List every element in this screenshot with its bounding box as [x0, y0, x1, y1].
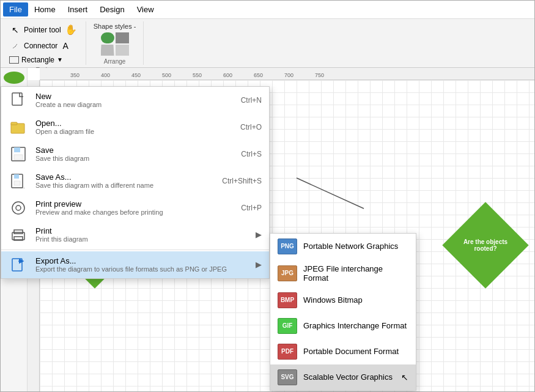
file-menu-new[interactable]: New Create a new diagram Ctrl+N	[1, 87, 269, 114]
export-pdf-item[interactable]: PDF Portable Document Format	[270, 339, 416, 364]
menubar: File Home Insert Design View	[1, 1, 534, 19]
png-label: Portable Network Graphics	[303, 242, 398, 251]
new-file-icon	[9, 91, 28, 110]
gif-label: Graphics Interchange Format	[303, 321, 407, 330]
ruler-mark-350: 350	[70, 72, 79, 78]
print-preview-desc: Preview and make changes before printing	[35, 209, 234, 216]
file-menu-export[interactable]: Export As... Export the diagram to vario…	[1, 251, 269, 278]
svg-label: Scalable Vector Graphics	[303, 372, 393, 382]
jpg-icon: JPG	[278, 265, 297, 281]
menu-home[interactable]: Home	[28, 2, 62, 17]
print-title: Print	[35, 226, 238, 235]
export-svg-item[interactable]: SVG Scalable Vector Graphics ↖	[270, 364, 416, 390]
ruler-mark-750: 750	[315, 72, 324, 78]
new-shortcut: Ctrl+N	[241, 96, 262, 105]
export-bmp-item[interactable]: BMP Windows Bitmap	[270, 287, 416, 313]
connector-label: Connector	[24, 42, 57, 50]
open-title: Open...	[35, 119, 233, 128]
gif-icon: GIF	[278, 318, 297, 334]
new-desc: Create a new diagram	[35, 101, 234, 108]
connector-button[interactable]: ⟋ Connector A	[6, 39, 81, 53]
menu-insert[interactable]: Insert	[62, 2, 94, 17]
print-preview-shortcut: Ctrl+P	[241, 204, 262, 212]
shape-rect-2[interactable]	[116, 45, 129, 56]
svg-rect-4	[12, 93, 22, 105]
print-icon	[9, 225, 28, 245]
menu-design[interactable]: Design	[94, 2, 130, 17]
ribbon-group-shapes: Shape styles - Arrange	[86, 21, 144, 65]
save-title: Save	[35, 146, 234, 155]
save-shortcut: Ctrl+S	[241, 150, 262, 158]
pointer-tool-label: Pointer tool	[24, 26, 61, 34]
ruler-mark-450: 450	[131, 72, 141, 78]
pdf-icon: PDF	[278, 344, 297, 360]
file-menu-save[interactable]: Save Save this diagram Ctrl+S	[1, 141, 269, 168]
are-objects-right-label: Are the objects rooted?	[455, 239, 516, 252]
svg-rect-11	[14, 174, 19, 179]
ruler-horizontal: 350 400 450 500 550 600 650 700 750	[40, 68, 534, 80]
saveas-title: Save As...	[35, 172, 215, 182]
print-desc: Print this diagram	[35, 235, 238, 243]
svg-rect-19	[12, 259, 22, 271]
print-preview-icon	[9, 198, 28, 218]
file-menu: New Create a new diagram Ctrl+N Open... …	[1, 86, 270, 279]
save-desc: Save this diagram	[35, 155, 234, 162]
file-menu-print-preview[interactable]: Print preview Preview and make changes b…	[1, 194, 269, 221]
print-arrow-icon: ▶	[256, 230, 262, 239]
pointer-icon: ↖	[9, 24, 21, 36]
shape-trap-1[interactable]	[101, 45, 114, 56]
saveas-desc: Save this diagram with a different name	[35, 182, 215, 189]
jpg-label: JPEG File interchange Format	[303, 264, 408, 283]
file-menu-saveas[interactable]: ... Save As... Save this diagram with a …	[1, 168, 269, 194]
svg-rect-6	[11, 122, 17, 125]
export-desc: Export the diagram to various file forma…	[35, 265, 246, 273]
main-area: 350 400 450 500 550 600 650 700 750 200 …	[1, 68, 534, 391]
text-icon: A	[62, 41, 68, 51]
ruler-mark-500: 500	[162, 72, 171, 78]
rectangle-button[interactable]: Rectangle ▼	[6, 54, 81, 65]
ruler-mark-600: 600	[223, 72, 232, 78]
shape-oval-tool[interactable]	[4, 72, 24, 84]
shape-oval-1[interactable]	[101, 32, 114, 43]
svg-rect-17	[14, 230, 23, 234]
hand-icon: ✋	[65, 24, 77, 35]
export-submenu: PNG Portable Network Graphics JPG JPEG F…	[270, 233, 416, 391]
shape-rect-1[interactable]	[116, 32, 129, 43]
print-preview-title: Print preview	[35, 199, 234, 209]
file-menu-open[interactable]: Open... Open a diagram file Ctrl+O	[1, 114, 269, 141]
ruler-mark-400: 400	[101, 72, 110, 78]
are-objects-right-shape[interactable]: Are the objects rooted?	[442, 202, 528, 288]
svg-point-15	[16, 205, 21, 210]
export-icon	[9, 255, 28, 275]
file-menu-print[interactable]: Print Print this diagram ▶	[1, 221, 269, 248]
save-icon	[9, 144, 28, 164]
ruler-mark-700: 700	[284, 72, 293, 78]
export-gif-item[interactable]: GIF Graphics Interchange Format	[270, 313, 416, 339]
menu-file[interactable]: File	[3, 2, 28, 17]
rectangle-icon	[9, 56, 19, 64]
export-title: Export As...	[35, 256, 246, 265]
svg-rect-12	[14, 181, 20, 185]
menu-view[interactable]: View	[131, 2, 160, 17]
export-arrow-icon: ▶	[256, 260, 262, 269]
pointer-tool-button[interactable]: ↖ Pointer tool ✋	[6, 23, 81, 37]
open-shortcut: Ctrl+O	[240, 123, 262, 131]
ribbon: ↖ Pointer tool ✋ ⟋ Connector A Rectangle…	[1, 19, 534, 68]
new-title: New	[35, 92, 234, 101]
png-icon: PNG	[278, 239, 297, 254]
svg-rect-9	[14, 155, 23, 160]
svg-icon: SVG	[278, 369, 297, 385]
rectangle-label: Rectangle	[21, 56, 54, 64]
ruler-mark-550: 550	[193, 72, 202, 78]
dropdown-arrow-icon: ▼	[57, 56, 63, 63]
shape-styles-label: Shape styles -	[94, 23, 136, 30]
export-png-item[interactable]: PNG Portable Network Graphics	[270, 234, 416, 259]
bmp-label: Windows Bitmap	[303, 295, 363, 305]
export-jpg-item[interactable]: JPG JPEG File interchange Format	[270, 259, 416, 287]
svg-point-14	[12, 202, 24, 214]
cursor-icon: ↖	[401, 372, 408, 382]
svg-line-2	[297, 178, 364, 209]
svg-text:...: ...	[20, 183, 25, 190]
pdf-label: Portable Document Format	[303, 347, 399, 356]
shape-grid	[101, 32, 129, 56]
